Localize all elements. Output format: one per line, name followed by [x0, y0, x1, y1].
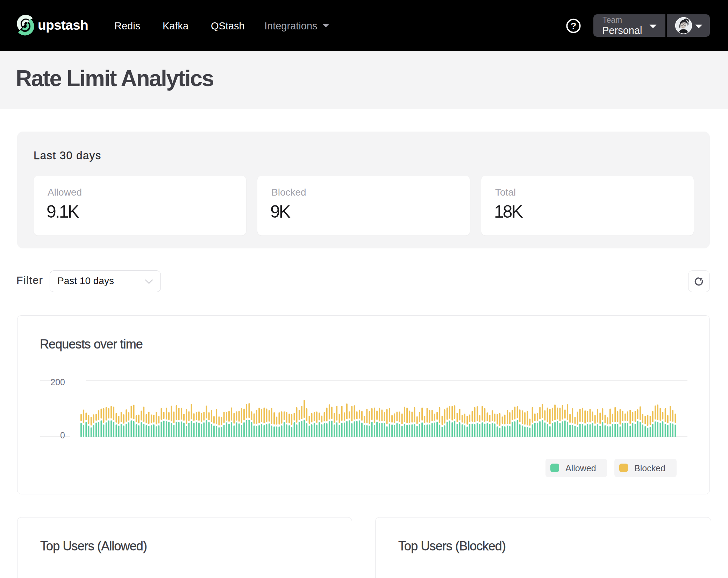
svg-text:0: 0 — [60, 430, 65, 440]
svg-text:200: 200 — [50, 377, 65, 387]
svg-text:?: ? — [571, 21, 576, 31]
